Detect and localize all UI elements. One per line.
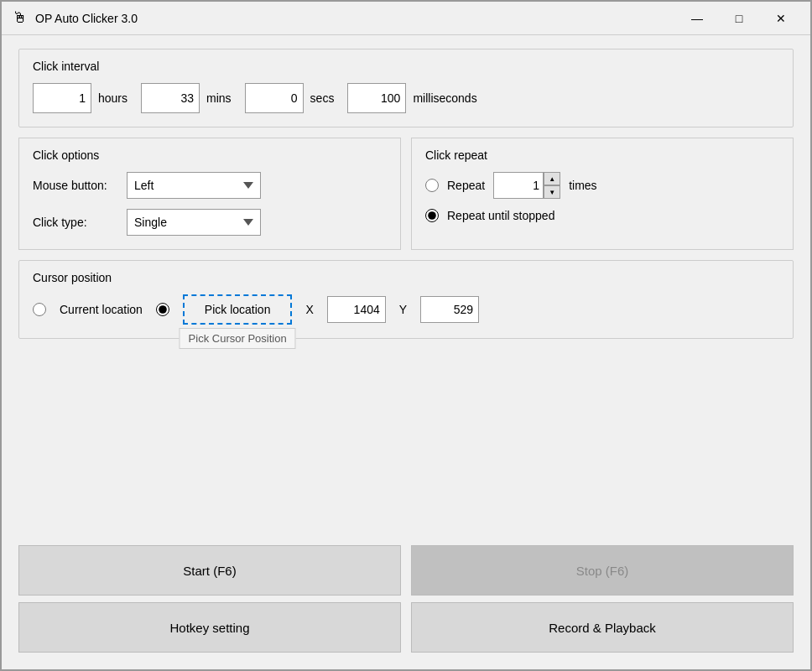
click-interval-row: hours mins secs milliseconds [33, 83, 779, 113]
repeat-label: Repeat [447, 179, 485, 192]
spinner-wrap: ▲ ▼ [544, 172, 560, 199]
repeat-until-stopped-row: Repeat until stopped [425, 209, 779, 222]
start-stop-row: Start (F6) Stop (F6) [18, 545, 794, 596]
click-repeat-title: Click repeat [425, 148, 779, 162]
cursor-position-title: Cursor position [33, 271, 779, 284]
maximize-button[interactable]: □ [720, 6, 758, 31]
cursor-position-row: Current location Pick location Pick Curs… [33, 294, 779, 325]
app-window: 🖱 OP Auto Clicker 3.0 — □ ✕ Click interv… [0, 0, 812, 671]
window-title: OP Auto Clicker 3.0 [35, 12, 678, 25]
cursor-position-section: Cursor position Current location Pick lo… [18, 260, 794, 339]
click-repeat-section: Click repeat Repeat ▲ ▼ times Re [411, 138, 794, 250]
mouse-button-row: Mouse button: Left Right Middle [33, 172, 387, 199]
mins-input[interactable] [141, 83, 200, 113]
close-button[interactable]: ✕ [762, 6, 800, 31]
ms-label: milliseconds [413, 91, 476, 105]
spinner-down-button[interactable]: ▼ [544, 185, 560, 199]
hotkey-setting-button[interactable]: Hotkey setting [18, 602, 401, 653]
mins-label: mins [206, 91, 232, 105]
repeat-until-stopped-label: Repeat until stopped [447, 209, 554, 222]
secs-label: secs [310, 91, 335, 105]
pick-location-radio[interactable] [156, 303, 169, 316]
click-interval-title: Click interval [33, 60, 779, 73]
repeat-times-container: ▲ ▼ [493, 172, 560, 199]
app-icon: 🖱 [12, 10, 29, 27]
click-type-select[interactable]: Single Double [127, 209, 261, 236]
y-coord-input[interactable] [420, 296, 479, 323]
record-playback-button[interactable]: Record & Playback [411, 602, 794, 653]
click-options-title: Click options [33, 148, 387, 162]
click-type-label: Click type: [33, 216, 117, 229]
repeat-row: Repeat ▲ ▼ times [425, 172, 779, 199]
title-bar-controls: — □ ✕ [678, 6, 800, 31]
times-label: times [569, 179, 596, 192]
mouse-button-select[interactable]: Left Right Middle [127, 172, 261, 199]
current-location-radio[interactable] [33, 303, 46, 316]
hotkey-record-row: Hotkey setting Record & Playback [18, 602, 794, 653]
stop-button[interactable]: Stop (F6) [411, 545, 794, 596]
x-coord-label: X [305, 303, 313, 316]
pick-location-button[interactable]: Pick location [183, 294, 293, 325]
main-content: Click interval hours mins secs milliseco… [2, 35, 810, 669]
mouse-button-label: Mouse button: [33, 179, 117, 192]
start-button[interactable]: Start (F6) [18, 545, 401, 596]
current-location-label: Current location [60, 303, 143, 316]
pick-location-tooltip-container: Pick location Pick Cursor Position [183, 294, 293, 325]
secs-input[interactable] [245, 83, 304, 113]
pick-cursor-position-tooltip: Pick Cursor Position [180, 328, 296, 349]
bottom-buttons: Start (F6) Stop (F6) Hotkey setting Reco… [18, 545, 794, 656]
spinner-up-button[interactable]: ▲ [544, 172, 560, 185]
y-coord-label: Y [399, 303, 407, 316]
repeat-times-input[interactable] [493, 172, 544, 199]
hours-label: hours [98, 91, 128, 105]
minimize-button[interactable]: — [678, 6, 716, 31]
click-type-row: Click type: Single Double [33, 209, 387, 236]
middle-sections: Click options Mouse button: Left Right M… [18, 138, 794, 250]
repeat-until-stopped-radio[interactable] [425, 209, 439, 222]
title-bar: 🖱 OP Auto Clicker 3.0 — □ ✕ [2, 2, 810, 35]
x-coord-input[interactable] [327, 296, 386, 323]
click-interval-section: Click interval hours mins secs milliseco… [18, 49, 794, 127]
hours-input[interactable] [33, 83, 91, 113]
repeat-radio[interactable] [425, 179, 439, 192]
click-options-section: Click options Mouse button: Left Right M… [18, 138, 401, 250]
ms-input[interactable] [347, 83, 406, 113]
